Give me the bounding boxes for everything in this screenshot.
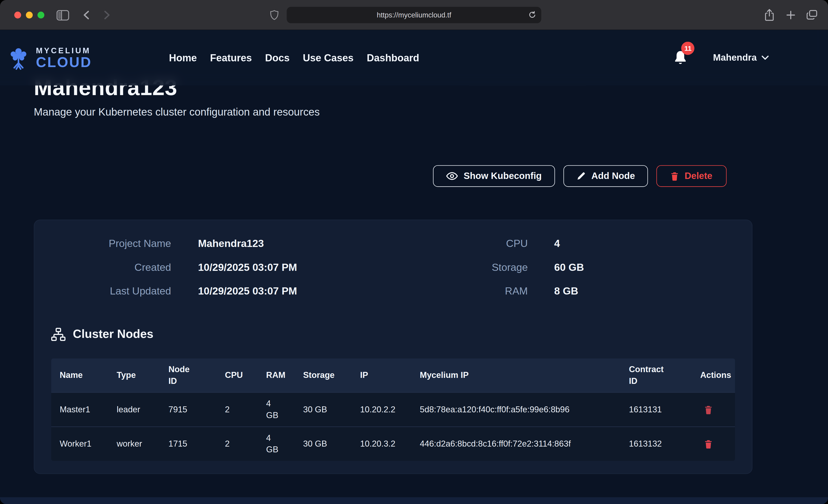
brand-line1: MYCELIUM [36,46,92,54]
header-type: Type [108,364,160,386]
cell-mycelium-ip: 5d8:78ea:a120:f40c:ff0f:a5fe:99e6:8b96 [411,398,620,421]
cell-type: worker [108,433,160,455]
info-label: RAM [393,279,528,303]
cell-actions [692,434,735,454]
nav-link-home[interactable]: Home [169,52,197,64]
info-value: 10/29/2025 03:07 PM [198,255,393,279]
header-ip: IP [351,364,411,386]
footer-strip [0,497,828,504]
cell-mycelium-ip: 446:d2a6:8bcd:8c16:ff0f:72e2:3114:863f [411,433,620,455]
forward-button-icon[interactable] [101,9,112,20]
web-page: Mahendra123 Manage your Kubernetes clust… [0,30,828,504]
cell-node-id: 1715 [160,433,216,455]
cluster-nodes-title: Cluster Nodes [73,327,154,341]
window-minimize-button[interactable] [26,12,33,18]
cell-contract-id: 1613132 [620,433,692,455]
cell-ram: 4 GB [258,393,295,427]
header-mycelium-ip: Mycelium IP [411,364,620,386]
header-ram: RAM [258,364,295,386]
cluster-info-left: Project Name Mahendra123 Created 10/29/2… [51,232,393,303]
cell-contract-id: 1613131 [620,398,692,421]
sidebar-toggle-icon[interactable] [56,10,69,21]
info-row-cpu: CPU 4 [393,232,735,255]
address-bar-url: https://myceliumcloud.tf [377,11,451,19]
delete-node-button[interactable] [700,405,712,414]
info-label: Created [51,255,171,279]
window-zoom-button[interactable] [37,12,44,18]
nodes-table-header: Name Type Node ID CPU RAM Storage IP Myc… [51,359,735,392]
cluster-details-card: Project Name Mahendra123 Created 10/29/2… [34,220,752,474]
cell-storage: 30 GB [295,398,351,421]
cluster-info-grid: Project Name Mahendra123 Created 10/29/2… [51,232,735,303]
nav-link-docs[interactable]: Docs [265,52,290,64]
site-navbar: MYCELIUM CLOUD Home Features Docs Use Ca… [0,30,828,85]
info-value: Mahendra123 [198,232,393,255]
cell-storage: 30 GB [295,433,351,455]
back-button-icon[interactable] [81,9,92,20]
info-value: 10/29/2025 03:07 PM [198,279,393,303]
info-label: CPU [393,232,528,255]
info-label: Last Updated [51,279,171,303]
mycelium-tree-icon [6,46,31,70]
info-label: Project Name [51,232,171,255]
node-row-master1: Master1 leader 7915 2 4 GB 30 GB 10.20.2… [51,392,735,426]
tab-overview-icon[interactable] [806,9,818,20]
window-close-button[interactable] [14,12,21,18]
new-tab-icon[interactable] [786,10,795,19]
add-node-button[interactable]: Add Node [563,165,648,187]
nav-link-use-cases[interactable]: Use Cases [303,52,354,64]
notification-badge: 11 [681,42,695,55]
header-storage: Storage [295,364,351,386]
pencil-icon [577,172,586,180]
info-row-last-updated: Last Updated 10/29/2025 03:07 PM [51,279,393,303]
info-value: 60 GB [554,255,735,279]
delete-cluster-button[interactable]: Delete [657,165,727,187]
header-name: Name [51,364,108,386]
screen: https://myceliumcloud.tf [0,0,828,504]
cluster-info-right: CPU 4 Storage 60 GB RAM 8 GB [393,232,735,303]
nav-link-dashboard[interactable]: Dashboard [367,52,419,64]
user-menu[interactable]: Mahendra [713,52,769,63]
share-icon[interactable] [764,8,775,22]
brand-logo[interactable]: MYCELIUM CLOUD [6,46,115,70]
nav-link-features[interactable]: Features [210,52,252,64]
chevron-down-icon [761,55,769,60]
cell-name: Worker1 [51,433,108,455]
macos-safari-window: https://myceliumcloud.tf [0,0,828,504]
cell-type: leader [108,398,160,421]
cell-cpu: 2 [216,398,258,421]
node-row-worker1: Worker1 worker 1715 2 4 GB 30 GB 10.20.3… [51,427,735,461]
cell-ip: 10.20.3.2 [351,433,411,455]
page-subtitle: Manage your Kubernetes cluster configura… [34,105,828,119]
cell-ip: 10.20.2.2 [351,398,411,421]
nav-links: Home Features Docs Use Cases Dashboard [169,52,419,64]
cluster-actions: Show Kubeconfig Add Node [34,165,752,187]
reload-icon[interactable] [528,10,537,19]
cluster-nodes-header: Cluster Nodes [51,327,735,341]
nodes-table: Name Type Node ID CPU RAM Storage IP Myc… [51,359,735,461]
browser-toolbar: https://myceliumcloud.tf [0,0,828,30]
nodes-hierarchy-icon [51,328,66,341]
cell-actions [692,400,735,419]
info-row-created: Created 10/29/2025 03:07 PM [51,255,393,279]
info-label: Storage [393,255,528,279]
header-actions: Actions [692,364,735,386]
brand-line2: CLOUD [36,55,92,69]
info-row-storage: Storage 60 GB [393,255,735,279]
nav-right: 11 Mahendra [673,50,769,66]
delete-node-button[interactable] [700,439,712,449]
notifications-button[interactable]: 11 [673,50,688,66]
header-node-id: Node ID [160,359,216,392]
privacy-shield-icon[interactable] [270,9,279,20]
cell-name: Master1 [51,398,108,421]
eye-icon [446,172,458,180]
page-content: Mahendra123 Manage your Kubernetes clust… [0,30,828,504]
show-kubeconfig-button[interactable]: Show Kubeconfig [433,165,555,187]
cell-node-id: 7915 [160,398,216,421]
info-value: 4 [554,232,735,255]
address-bar[interactable]: https://myceliumcloud.tf [287,7,541,23]
cell-ram: 4 GB [258,427,295,461]
info-row-ram: RAM 8 GB [393,279,735,303]
user-name: Mahendra [713,52,757,63]
header-cpu: CPU [216,364,258,386]
